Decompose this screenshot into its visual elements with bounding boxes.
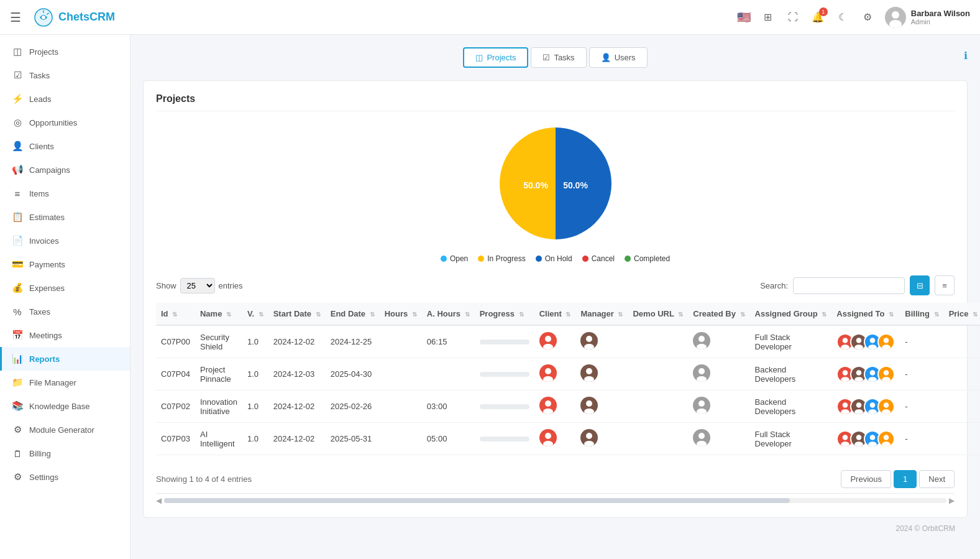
col-a-hours[interactable]: A. Hours ⇅ [422, 303, 475, 325]
legend-dot-Completed [625, 256, 631, 262]
col-name[interactable]: Name ⇅ [195, 303, 242, 325]
show-select[interactable]: 25 10 50 100 [180, 278, 215, 293]
previous-button[interactable]: Previous [841, 470, 891, 488]
sidebar-item-payments[interactable]: 💳 Payments [0, 252, 130, 276]
sidebar-item-estimates[interactable]: 📋 Estimates [0, 205, 130, 229]
page-1-button[interactable]: 1 [894, 470, 917, 488]
sidebar-item-billing[interactable]: 🗒 Billing [0, 441, 130, 465]
svg-point-90 [882, 441, 891, 447]
row-demo-url [628, 325, 688, 358]
sidebar-item-taxes[interactable]: % Taxes [0, 300, 130, 323]
col-client[interactable]: Client ⇅ [534, 303, 576, 325]
scroll-track[interactable] [164, 498, 946, 503]
row-id[interactable]: C07P02 [156, 390, 195, 423]
main-content: ◫ Projects☑ Tasks👤 Usersℹ Projects 50.0%… [131, 35, 980, 559]
sidebar-label-expenses: Expenses [29, 284, 65, 293]
user-profile[interactable]: Barbara Wilson Admin [885, 7, 970, 28]
scroll-left-arrow[interactable]: ◀ [156, 496, 162, 505]
avatar-cell [580, 332, 598, 349]
col-assigned-to[interactable]: Assigned To ⇅ [831, 303, 900, 325]
sidebar-item-settings[interactable]: ⚙ Settings [0, 465, 130, 489]
legend-label-Completed: Completed [634, 254, 670, 263]
sidebar-label-tasks: Tasks [29, 71, 50, 80]
tab-tasks[interactable]: ☑ Tasks [531, 47, 586, 68]
col-v[interactable]: V. ⇅ [242, 303, 268, 325]
svg-point-45 [868, 377, 877, 382]
scroll-thumb[interactable] [164, 498, 790, 503]
fullscreen-icon[interactable]: ⛶ [785, 10, 800, 25]
col-hours[interactable]: Hours ⇅ [380, 303, 422, 325]
row-start-date: 2024-12-02 [268, 390, 326, 423]
row-id[interactable]: C07P04 [156, 358, 195, 390]
row-end-date: 2025-02-26 [326, 390, 380, 423]
user-name: Barbara Wilson [911, 9, 970, 18]
search-input[interactable] [793, 277, 905, 294]
sidebar-item-opportunities[interactable]: ◎ Opportunities [0, 111, 130, 134]
col-price[interactable]: Price ⇅ [944, 303, 980, 325]
svg-point-50 [545, 400, 551, 407]
row-created-by [688, 390, 749, 423]
sidebar-item-expenses[interactable]: 💰 Expenses [0, 276, 130, 300]
language-flag[interactable]: 🇺🇸 [737, 11, 751, 24]
svg-point-26 [884, 338, 889, 343]
sidebar-item-meetings[interactable]: 📅 Meetings [0, 323, 130, 347]
avatar-cell [539, 397, 557, 414]
payments-icon: 💳 [12, 259, 23, 270]
pie-chart: 50.0% 50.0% [493, 121, 618, 246]
sidebar-item-leads[interactable]: ⚡ Leads [0, 87, 130, 111]
scroll-right-arrow[interactable]: ▶ [949, 496, 955, 505]
col-assigned-group[interactable]: Assigned Group ⇅ [750, 303, 832, 325]
row-assigned-group: Full Stack Developer [750, 325, 832, 358]
info-icon[interactable]: ℹ [964, 50, 968, 62]
grid-view-btn[interactable]: ⊟ [910, 275, 930, 295]
tab-users[interactable]: 👤 Users [589, 47, 648, 68]
row-id[interactable]: C07P03 [156, 423, 195, 455]
dark-mode-icon[interactable]: ☾ [835, 10, 850, 25]
col-end-date[interactable]: End Date ⇅ [326, 303, 380, 325]
settings-icon[interactable]: ⚙ [860, 10, 875, 25]
col-progress[interactable]: Progress ⇅ [475, 303, 534, 325]
sidebar-item-tasks[interactable]: ☑ Tasks [0, 63, 130, 87]
sidebar-item-projects[interactable]: ◫ Projects [0, 40, 130, 63]
col-billing[interactable]: Billing ⇅ [900, 303, 943, 325]
sidebar-label-meetings: Meetings [29, 331, 62, 340]
next-button[interactable]: Next [919, 470, 955, 488]
sidebar-label-opportunities: Opportunities [29, 118, 77, 127]
svg-point-39 [841, 377, 849, 382]
col-created-by[interactable]: Created By ⇅ [688, 303, 749, 325]
sidebar-item-clients[interactable]: 👤 Clients [0, 134, 130, 158]
row-v: 1.0 [242, 325, 268, 358]
row-hours [380, 390, 422, 423]
sidebar-item-items[interactable]: ≡ Items [0, 182, 130, 205]
avatar-cell [539, 332, 557, 349]
svg-point-66 [868, 409, 877, 415]
sidebar-item-file-manager[interactable]: 📁 File Manager [0, 371, 130, 394]
grid-menu-icon[interactable]: ⊞ [761, 10, 776, 25]
horizontal-scrollbar[interactable]: ◀ ▶ [156, 493, 955, 505]
legend-dot-On Hold [536, 256, 542, 262]
hamburger-button[interactable]: ☰ [10, 10, 21, 25]
svg-point-74 [586, 433, 592, 439]
list-view-btn[interactable]: ≡ [935, 275, 955, 295]
sidebar-item-reports[interactable]: 📊 Reports [0, 347, 130, 371]
col-id[interactable]: Id ⇅ [156, 303, 195, 325]
col-demo-url[interactable]: Demo URL ⇅ [628, 303, 688, 325]
row-manager [575, 423, 628, 455]
svg-point-63 [854, 409, 863, 415]
header-actions: 🇺🇸 ⊞ ⛶ 🔔 1 ☾ ⚙ Barbara Wilson Admin [737, 7, 970, 28]
avatar-cell [693, 429, 710, 446]
col-start-date[interactable]: Start Date ⇅ [268, 303, 326, 325]
row-billing: - [900, 390, 943, 423]
col-manager[interactable]: Manager ⇅ [575, 303, 628, 325]
row-client [534, 390, 576, 423]
sidebar-item-campaigns[interactable]: 📢 Campaigns [0, 158, 130, 182]
notifications-icon[interactable]: 🔔 1 [810, 10, 825, 25]
svg-point-8 [545, 336, 551, 342]
avatar-cell [580, 364, 598, 382]
sidebar-item-invoices[interactable]: 📄 Invoices [0, 229, 130, 252]
sidebar-item-module-generator[interactable]: ⚙ Module Generator [0, 418, 130, 441]
sidebar-item-knowledge-base[interactable]: 📚 Knowledge Base [0, 394, 130, 418]
tab-projects[interactable]: ◫ Projects [463, 47, 528, 68]
legend-dot-Open [441, 256, 447, 262]
row-id[interactable]: C07P00 [156, 325, 195, 358]
